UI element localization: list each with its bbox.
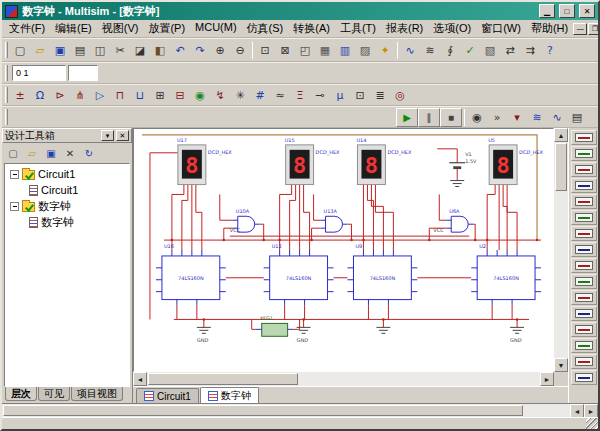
scroll-down-button[interactable]: ▼ bbox=[554, 358, 568, 372]
print-button[interactable]: ▤ bbox=[70, 40, 90, 60]
place-mixed-button[interactable]: ⊟ bbox=[170, 85, 190, 105]
horizontal-scrollbar[interactable]: ◄ ► bbox=[133, 372, 554, 386]
menu-options[interactable]: 选项(O) bbox=[428, 20, 476, 37]
place-mcu-button[interactable]: µ bbox=[330, 85, 350, 105]
toolbar-drag-handle[interactable] bbox=[5, 109, 8, 125]
back-annotate-button[interactable]: ⇄ bbox=[500, 40, 520, 60]
tree-expander-icon[interactable] bbox=[10, 202, 19, 211]
battery[interactable]: V1 1.5V bbox=[449, 151, 477, 187]
design-toolbox-button[interactable]: ▦ bbox=[315, 40, 335, 60]
counter-ic[interactable]: U12 74LS160N bbox=[264, 243, 334, 306]
place-connector-button[interactable]: ⊸ bbox=[310, 85, 330, 105]
scroll-right-button[interactable]: ► bbox=[540, 372, 554, 386]
workspace-scroll-left-button[interactable]: ◄ bbox=[570, 404, 584, 418]
menu-window[interactable]: 窗口(W) bbox=[476, 20, 526, 37]
place-cmos-button[interactable]: ⊔ bbox=[130, 85, 150, 105]
help-button[interactable]: ? bbox=[540, 40, 560, 60]
tree-item-digital-clock-sheet[interactable]: 数字钟 bbox=[5, 214, 129, 230]
horizontal-scroll-thumb[interactable] bbox=[148, 373, 298, 385]
seven-segment-display[interactable]: 8 U15 DCD_HEX bbox=[285, 137, 340, 185]
open-file-button[interactable]: ▱ bbox=[30, 40, 50, 60]
place-peripheral-button[interactable]: # bbox=[250, 85, 270, 105]
function-generator-instrument[interactable]: XFG1 bbox=[256, 315, 294, 336]
place-basic-button[interactable]: Ω bbox=[30, 85, 50, 105]
grapher-view-button[interactable]: ∿ bbox=[547, 107, 567, 127]
function-generator[interactable] bbox=[571, 146, 597, 161]
refresh-button[interactable]: ↻ bbox=[80, 145, 98, 162]
place-misc-digital-button[interactable]: ⊞ bbox=[150, 85, 170, 105]
redo-button[interactable]: ↷ bbox=[190, 40, 210, 60]
measurement-probe[interactable] bbox=[571, 354, 597, 369]
open-design-button[interactable]: ▱ bbox=[23, 145, 41, 162]
tab-visibility[interactable]: 可见 bbox=[38, 387, 70, 401]
place-analog-button[interactable]: ▷ bbox=[90, 85, 110, 105]
tab-digital-clock[interactable]: 数字钟 bbox=[200, 387, 259, 403]
seven-segment-display[interactable]: 8 U14 DCD_HEX bbox=[356, 137, 411, 185]
workspace-scroll-right-button[interactable]: ► bbox=[584, 404, 598, 418]
workspace-horizontal-scrollbar[interactable]: ◄ ► bbox=[2, 403, 598, 417]
seven-segment-display[interactable]: 8 U5 DCD_HEX bbox=[488, 137, 543, 185]
close-button[interactable]: ✕ bbox=[579, 4, 595, 18]
scroll-up-button[interactable]: ▲ bbox=[554, 128, 568, 142]
run-simulation-button[interactable]: ▶ bbox=[396, 108, 418, 127]
full-screen-button[interactable]: ◰ bbox=[295, 40, 315, 60]
menu-transfer[interactable]: 转换(A) bbox=[288, 20, 335, 37]
design-toolbox-title-bar[interactable]: 设计工具箱 ▾ ✕ bbox=[2, 128, 132, 143]
maximize-button[interactable]: □ bbox=[559, 4, 575, 18]
menu-edit[interactable]: 编辑(E) bbox=[50, 20, 97, 37]
postprocessor-button[interactable]: ∮ bbox=[440, 40, 460, 60]
schematic-canvas[interactable]: 8 U17 DCD_HEX 8 U15 DCD_HEX 8 bbox=[133, 128, 554, 372]
zoom-in-button[interactable]: ⊕ bbox=[210, 40, 230, 60]
menu-reports[interactable]: 报表(R) bbox=[381, 20, 428, 37]
tab-circuit1[interactable]: Circuit1 bbox=[136, 388, 199, 403]
analyses-menu-button[interactable]: ≋ bbox=[527, 107, 547, 127]
copy-button[interactable]: ◪ bbox=[130, 40, 150, 60]
vertical-scroll-track[interactable] bbox=[554, 192, 568, 358]
zoom-fit-button[interactable]: ⊠ bbox=[275, 40, 295, 60]
multimeter[interactable] bbox=[571, 130, 597, 145]
and-gate[interactable]: U6A bbox=[446, 208, 473, 232]
undo-button[interactable]: ↶ bbox=[170, 40, 190, 60]
zoom-area-button[interactable]: ⊡ bbox=[255, 40, 275, 60]
toolbar-drag-handle[interactable] bbox=[5, 87, 8, 103]
tab-project-view[interactable]: 项目视图 bbox=[71, 387, 123, 401]
new-file-button[interactable]: ▢ bbox=[10, 40, 30, 60]
pause-at-condition-button[interactable]: ◉ bbox=[467, 107, 487, 127]
place-hierarchical-button[interactable]: ⊡ bbox=[350, 85, 370, 105]
step-button[interactable]: » bbox=[487, 107, 507, 127]
stop-simulation-button[interactable]: ■ bbox=[440, 108, 462, 127]
seven-segment-display[interactable]: 8 U17 DCD_HEX bbox=[177, 137, 232, 185]
place-probe-button[interactable]: ◎ bbox=[390, 85, 410, 105]
frequency-counter[interactable] bbox=[571, 226, 597, 241]
dock-menu-button[interactable]: ▾ bbox=[101, 130, 114, 141]
tree-item-circuit1-root[interactable]: Circuit1 bbox=[5, 166, 129, 182]
menu-simulate[interactable]: 仿真(S) bbox=[242, 20, 289, 37]
tree-item-circuit1-sheet[interactable]: Circuit1 bbox=[5, 182, 129, 198]
electrical-rules-check-button[interactable]: ✓ bbox=[460, 40, 480, 60]
toolbar-drag-handle[interactable] bbox=[5, 65, 8, 81]
place-bus-button[interactable]: ≣ bbox=[370, 85, 390, 105]
grapher-button[interactable]: ∿ bbox=[400, 40, 420, 60]
simulation-log-button[interactable]: ▤ bbox=[567, 107, 587, 127]
menu-help[interactable]: 帮助(H) bbox=[526, 20, 573, 37]
mdi-minimize-button[interactable]: — bbox=[573, 23, 587, 35]
counter-ic[interactable]: U16 74LS160N bbox=[156, 243, 226, 306]
instrument-probe-button[interactable]: ▾ bbox=[507, 107, 527, 127]
toolbar-drag-handle[interactable] bbox=[5, 42, 8, 58]
new-design-button[interactable]: ▢ bbox=[4, 145, 22, 162]
four-channel-oscilloscope[interactable] bbox=[571, 194, 597, 209]
menu-file[interactable]: 文件(F) bbox=[4, 20, 50, 37]
in-use-list[interactable]: 0 1 bbox=[12, 65, 66, 81]
component-wizard-button[interactable]: ✦ bbox=[375, 40, 395, 60]
spectrum-analyzer[interactable] bbox=[571, 322, 597, 337]
place-indicator-button[interactable]: ◉ bbox=[190, 85, 210, 105]
pause-simulation-button[interactable]: ∥ bbox=[418, 108, 440, 127]
minimize-button[interactable]: ▁ bbox=[539, 4, 555, 18]
capture-area-button[interactable]: ▧ bbox=[480, 40, 500, 60]
place-transistor-button[interactable]: ⋔ bbox=[70, 85, 90, 105]
vertical-scroll-thumb[interactable] bbox=[555, 143, 567, 191]
place-source-button[interactable]: ± bbox=[10, 85, 30, 105]
place-diode-button[interactable]: ⊳ bbox=[50, 85, 70, 105]
cut-button[interactable]: ✂ bbox=[110, 40, 130, 60]
place-rf-button[interactable]: ≈ bbox=[270, 85, 290, 105]
